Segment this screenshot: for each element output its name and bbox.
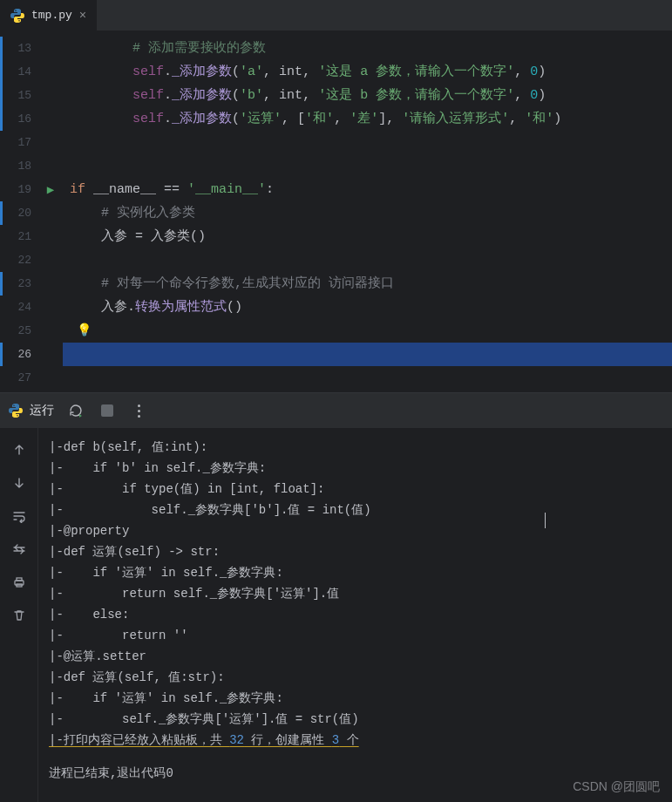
output-line: |-def 运算(self) -> str:: [49, 541, 662, 562]
run-line-icon[interactable]: ▶: [47, 182, 54, 197]
code-line[interactable]: [63, 131, 672, 154]
code-line[interactable]: [63, 343, 672, 366]
code-line[interactable]: # 对每一个命令行参数,生成其对应的 访问器接口: [63, 272, 672, 296]
python-icon: [9, 404, 23, 418]
code-editor[interactable]: 131415161718192021222324252627 ▶ # 添加需要接…: [0, 31, 672, 392]
exit-status: 进程已结束,退出代码0: [49, 763, 662, 784]
panel-header: 运行: [0, 393, 672, 428]
output-line: |-打印内容已经放入粘贴板，共 32 行，创建属性 3 个: [49, 730, 662, 751]
code-line[interactable]: 入参 = 入参类(): [63, 225, 672, 248]
run-panel: 运行 |-def b(self, 值:int):|- if 'b' in sel…: [0, 392, 672, 802]
line-number: 18: [0, 154, 38, 178]
output-line: |-@property: [49, 520, 662, 541]
output-line: |- if type(值) in [int, float]:: [49, 479, 662, 500]
output-line: |- else:: [49, 604, 662, 625]
arrow-up-icon[interactable]: [11, 442, 27, 458]
rerun-button[interactable]: [66, 401, 85, 420]
line-number: 17: [0, 131, 38, 154]
output-line: |- if '运算' in self._参数字典:: [49, 562, 662, 583]
arrow-down-icon[interactable]: [11, 475, 27, 491]
trash-icon[interactable]: [11, 608, 27, 623]
terminal-output[interactable]: |-def b(self, 值:int):|- if 'b' in self._…: [38, 428, 672, 802]
panel-title[interactable]: 运行: [9, 403, 54, 418]
code-line[interactable]: [63, 154, 672, 178]
line-number: 27: [0, 366, 38, 378]
output-line: |-def b(self, 值:int):: [49, 437, 662, 458]
output-line: |- if '运算' in self._参数字典:: [49, 688, 662, 709]
output-line: |-def 运算(self, 值:str):: [49, 667, 662, 688]
svg-rect-1: [17, 578, 22, 581]
line-number: 22: [0, 248, 38, 272]
line-number: 20: [0, 201, 38, 225]
run-gutter: ▶: [38, 31, 63, 392]
code-line[interactable]: # 实例化入参类: [63, 201, 672, 225]
line-number: 14: [0, 60, 38, 84]
output-line: |- self._参数字典['运算'].值 = str(值): [49, 709, 662, 730]
line-number: 23: [0, 272, 38, 296]
line-number: 24: [0, 296, 38, 319]
output-line: |- if 'b' in self._参数字典:: [49, 458, 662, 479]
code-line[interactable]: self._添加参数('运算', ['和', '差'], '请输入运算形式', …: [63, 107, 672, 131]
tab-filename: tmp.py: [31, 9, 72, 22]
print-icon[interactable]: [11, 574, 27, 590]
watermark: CSDN @团圆吧: [573, 779, 660, 795]
line-number: 21: [0, 225, 38, 248]
code-line[interactable]: self._添加参数('a', int, '这是 a 参数，请输入一个数字', …: [63, 60, 672, 84]
scroll-icon[interactable]: [11, 541, 27, 557]
code-line[interactable]: 入参.转换为属性范式(): [63, 296, 672, 319]
wrap-icon[interactable]: [11, 508, 27, 524]
line-number: 13: [0, 37, 38, 60]
output-line: |- return '': [49, 625, 662, 646]
output-line: |-@运算.setter: [49, 646, 662, 667]
text-cursor: [545, 513, 546, 528]
line-number: 16: [0, 107, 38, 131]
line-number: 15: [0, 84, 38, 107]
code-area[interactable]: # 添加需要接收的参数 self._添加参数('a', int, '这是 a 参…: [63, 31, 672, 392]
code-line[interactable]: if __name__ == '__main__':: [63, 178, 672, 201]
python-icon: [10, 9, 24, 23]
tab-bar: tmp.py ×: [0, 0, 672, 31]
line-gutter: 131415161718192021222324252627: [0, 31, 38, 392]
code-line[interactable]: [63, 248, 672, 272]
line-number: 19: [0, 178, 38, 201]
line-number: 25: [0, 319, 38, 343]
close-icon[interactable]: ×: [79, 9, 86, 23]
code-line[interactable]: self._添加参数('b', int, '这是 b 参数，请输入一个数字', …: [63, 84, 672, 107]
code-line[interactable]: [63, 366, 672, 378]
stop-button[interactable]: [98, 401, 117, 420]
file-tab[interactable]: tmp.py ×: [0, 0, 97, 31]
terminal-toolbar: [0, 428, 38, 802]
lightbulb-icon[interactable]: 💡: [70, 319, 92, 343]
more-button[interactable]: [129, 401, 148, 420]
line-number: 26: [0, 343, 38, 366]
code-line[interactable]: # 添加需要接收的参数: [63, 37, 672, 60]
output-line: |- return self._参数字典['运算'].值: [49, 583, 662, 604]
code-line[interactable]: 💡: [63, 319, 672, 343]
output-line: |- self._参数字典['b'].值 = int(值): [49, 500, 662, 520]
